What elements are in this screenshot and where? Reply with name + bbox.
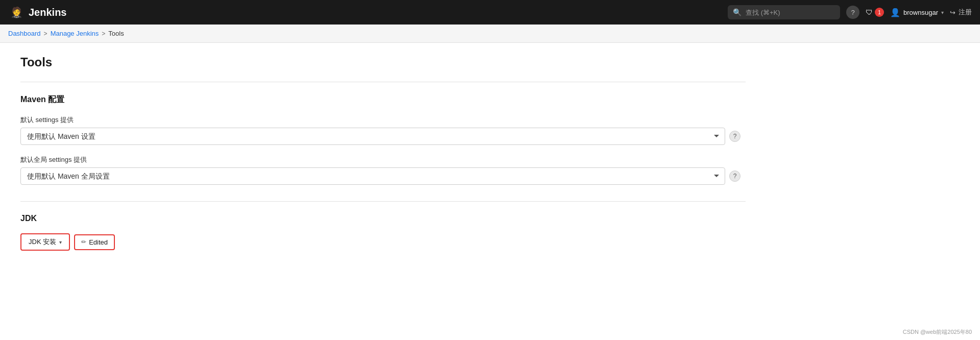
- search-input[interactable]: [746, 9, 822, 16]
- default-settings-label: 默认 settings 提供: [20, 115, 746, 125]
- breadcrumb-sep-1: >: [44, 30, 47, 37]
- navbar: 🤵 Jenkins 🔍 ? 🛡 1 👤 brownsugar ▾ ↪ 注册: [0, 0, 980, 25]
- edit-pencil-icon: ✏: [81, 238, 86, 246]
- login-label: 注册: [959, 8, 972, 17]
- global-settings-group: 默认全局 settings 提供 使用默认 Maven 全局设置 ?: [20, 155, 746, 185]
- user-name: brownsugar: [903, 9, 938, 16]
- jenkins-logo-icon: 🤵: [8, 4, 25, 20]
- navbar-search-container: 🔍: [728, 5, 840, 19]
- maven-section-title: Maven 配置: [20, 94, 746, 105]
- global-settings-label: 默认全局 settings 提供: [20, 155, 746, 164]
- breadcrumb: Dashboard > Manage Jenkins > Tools: [0, 25, 980, 43]
- jdk-tab-label: JDK 安装: [29, 237, 56, 247]
- navbar-logo[interactable]: 🤵 Jenkins: [8, 4, 66, 20]
- login-link[interactable]: ↪ 注册: [950, 8, 972, 17]
- jdk-edited-button[interactable]: ✏ Edited: [74, 234, 115, 250]
- global-settings-select[interactable]: 使用默认 Maven 全局设置: [20, 167, 725, 185]
- user-chevron-icon: ▾: [941, 10, 944, 15]
- jdk-edited-label: Edited: [89, 238, 108, 246]
- shield-icon: 🛡: [866, 8, 873, 16]
- section-divider-jdk: [20, 201, 746, 202]
- default-settings-group: 默认 settings 提供 使用默认 Maven 设置 ?: [20, 115, 746, 145]
- default-settings-help-button[interactable]: ?: [729, 131, 740, 142]
- breadcrumb-current: Tools: [108, 30, 124, 37]
- jdk-install-tab[interactable]: JDK 安装 ▾: [20, 233, 70, 251]
- user-menu[interactable]: 👤 brownsugar ▾: [890, 8, 944, 17]
- section-divider-top: [20, 82, 746, 82]
- login-icon: ↪: [950, 9, 955, 16]
- user-icon: 👤: [890, 8, 900, 17]
- breadcrumb-dashboard[interactable]: Dashboard: [8, 30, 41, 37]
- search-icon: 🔍: [733, 8, 742, 16]
- breadcrumb-manage-jenkins[interactable]: Manage Jenkins: [51, 30, 99, 37]
- notification-area[interactable]: 🛡 1: [866, 8, 884, 17]
- breadcrumb-sep-2: >: [102, 30, 105, 37]
- maven-config-section: Maven 配置 默认 settings 提供 使用默认 Maven 设置 ? …: [20, 94, 746, 185]
- global-settings-wrapper: 使用默认 Maven 全局设置 ?: [20, 167, 746, 185]
- jdk-tab-chevron-icon: ▾: [59, 239, 62, 245]
- help-button[interactable]: ?: [846, 6, 859, 19]
- jdk-section-title: JDK: [20, 214, 746, 223]
- navbar-brand: Jenkins: [29, 7, 66, 18]
- jdk-section: JDK JDK 安装 ▾ ✏ Edited: [20, 214, 746, 251]
- default-settings-wrapper: 使用默认 Maven 设置 ?: [20, 128, 746, 145]
- default-settings-select[interactable]: 使用默认 Maven 设置: [20, 128, 725, 145]
- main-content: Tools Maven 配置 默认 settings 提供 使用默认 Maven…: [0, 43, 766, 279]
- jdk-tab-container: JDK 安装 ▾ ✏ Edited: [20, 233, 746, 251]
- notification-badge: 1: [875, 8, 884, 17]
- page-title: Tools: [20, 55, 746, 69]
- global-settings-help-button[interactable]: ?: [729, 171, 740, 182]
